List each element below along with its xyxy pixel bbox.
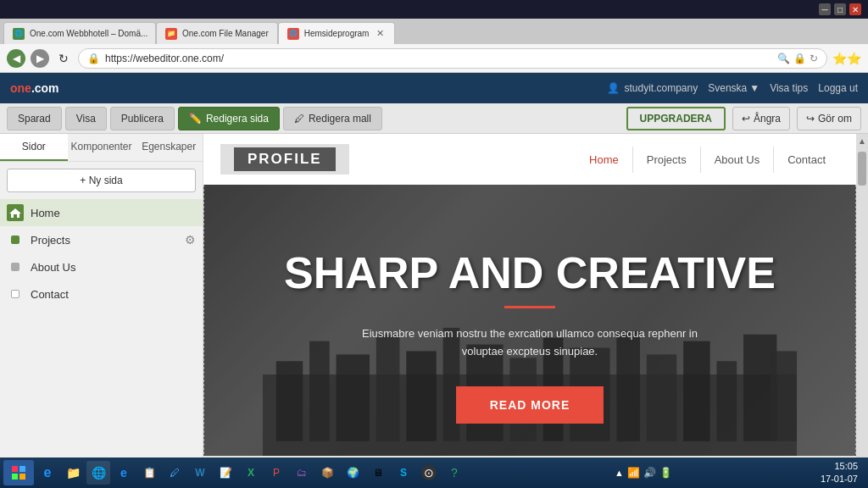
page-label-about: About Us (31, 261, 75, 274)
projects-gear-icon[interactable]: ⚙ (185, 233, 196, 247)
hero-title: SHARP AND CREATIVE (284, 249, 776, 297)
browser-tab-2[interactable]: 📁 One.com File Manager (156, 22, 278, 44)
tab-favicon-1: 🌐 (13, 28, 25, 40)
tab-sidor[interactable]: Sidor (0, 134, 68, 161)
page-label-contact: Contact (31, 288, 69, 301)
template-icon: 🖊 (294, 113, 304, 125)
redigera-mall-button[interactable]: 🖊 Redigera mall (283, 107, 382, 130)
tab-favicon-3: 🌐 (287, 28, 299, 40)
visa-tips-link[interactable]: Visa tips (770, 82, 808, 94)
svg-rect-21 (19, 474, 25, 480)
taskbar-ie-icon[interactable]: e (36, 461, 59, 485)
tab-egenskaper[interactable]: Egenskaper (135, 134, 203, 161)
nav-projects[interactable]: Projects (633, 147, 701, 173)
taskbar-app1[interactable]: 🌐 (86, 461, 110, 485)
taskbar-app2[interactable]: e (112, 461, 136, 485)
toolbar-right: 👤 studyit.company Svenska ▼ Visa tips Lo… (607, 82, 859, 94)
taskbar-app10[interactable]: 🖥 (366, 461, 390, 485)
taskbar-clock: 15:05 17-01-07 (821, 460, 865, 486)
taskbar: e 📁 🌐 e 📋 🖊 W 📝 X P 🗂 (0, 458, 868, 488)
angra-button[interactable]: ↩ Ångra (732, 107, 790, 130)
tab-label-1: One.com Webbhotell – Domä... (30, 29, 147, 38)
nav-contact[interactable]: Contact (774, 147, 839, 173)
dashed-line-right (855, 185, 856, 488)
uppgradera-button[interactable]: UPPGRADERA (626, 107, 726, 130)
svg-marker-0 (9, 208, 21, 218)
canvas-scrollbar[interactable]: ▲ ▼ (856, 134, 868, 488)
taskbar-skype[interactable]: S (392, 461, 415, 485)
tab-bar: 🌐 One.com Webbhotell – Domä... ✕ 📁 One.c… (0, 19, 868, 44)
toolbar-user: 👤 studyit.company (607, 82, 698, 94)
maximize-btn[interactable]: □ (834, 3, 846, 15)
browser-tab-1[interactable]: 🌐 One.com Webbhotell – Domä... ✕ (3, 22, 156, 44)
nav-home[interactable]: Home (576, 147, 633, 173)
forward-button[interactable]: ▶ (31, 49, 49, 68)
page-label-projects: Projects (31, 234, 70, 247)
taskbar-app7[interactable]: 🗂 (290, 461, 314, 485)
taskbar-folder-icon[interactable]: 📁 (61, 461, 85, 485)
address-bar: ◀ ▶ ↻ 🔒 https://webeditor.one.com/ 🔍 🔒 ↻… (0, 44, 868, 73)
scroll-thumb[interactable] (858, 152, 866, 186)
add-page-button[interactable]: + Ny sida (7, 169, 196, 192)
user-name: studyit.company (625, 82, 698, 94)
taskbar-excel[interactable]: X (239, 461, 263, 485)
logga-ut-link[interactable]: Logga ut (818, 82, 858, 94)
sidebar: Sidor Komponenter Egenskaper + Ny sida (0, 134, 203, 488)
page-label-home: Home (31, 207, 60, 219)
hero-section: SHARP AND CREATIVE Eiusmabre veniam nost… (203, 185, 856, 488)
tab-label-2: One.com File Manager (182, 29, 269, 38)
taskbar-app4[interactable]: 🖊 (163, 461, 186, 485)
sidebar-item-home[interactable]: Home (0, 199, 203, 226)
taskbar-word[interactable]: W (188, 461, 212, 485)
sidebar-item-projects[interactable]: Projects ⚙ (0, 226, 203, 253)
nav-about[interactable]: About Us (701, 147, 774, 173)
url-bar[interactable]: 🔒 https://webeditor.one.com/ 🔍 🔒 ↻ (78, 48, 827, 69)
url-icons: 🔍 🔒 ↻ (777, 53, 818, 64)
start-button[interactable] (3, 460, 34, 485)
minimize-btn[interactable]: ─ (819, 3, 831, 15)
sidebar-item-contact[interactable]: Contact (0, 280, 203, 308)
title-bar: ─ □ ✕ (0, 0, 868, 19)
editor-left: Sparad Visa Publicera ✏️ Redigera sida 🖊… (7, 107, 382, 130)
system-tray: ▲ 📶 🔊 🔋 (609, 467, 677, 479)
contact-icon (7, 286, 24, 302)
taskbar-app11[interactable]: ⊙ (417, 461, 441, 485)
refresh-button[interactable]: ↻ (54, 49, 73, 68)
tab-label-3: Hemsideprogram (304, 29, 370, 38)
sidebar-item-about[interactable]: About Us (0, 253, 203, 280)
sparad-button[interactable]: Sparad (7, 107, 62, 130)
taskbar-app3[interactable]: 📋 (137, 461, 161, 485)
lock-icon: 🔒 (87, 53, 100, 64)
language-selector[interactable]: Svenska ▼ (708, 82, 760, 94)
redigera-sida-button[interactable]: ✏️ Redigera sida (178, 107, 280, 130)
sidebar-tabs: Sidor Komponenter Egenskaper (0, 134, 203, 162)
taskbar-help[interactable]: ? (442, 461, 466, 485)
hero-subtitle: Eiusmabre veniam nostru the exrcation ul… (360, 325, 699, 361)
taskbar-app6[interactable]: P (264, 461, 288, 485)
scroll-up-arrow[interactable]: ▲ (858, 134, 866, 148)
tab-komponenter[interactable]: Komponenter (68, 134, 136, 161)
taskbar-app8[interactable]: 📦 (315, 461, 339, 485)
star-icons: ⭐⭐ (832, 52, 861, 65)
close-btn[interactable]: ✕ (849, 3, 861, 15)
editor-canvas: PROFILE Home Projects About Us (203, 134, 868, 488)
dashed-line-left (203, 185, 204, 488)
tab-close-3[interactable]: ✕ (374, 28, 386, 40)
url-text: https://webeditor.one.com/ (105, 53, 224, 64)
hero-content: SHARP AND CREATIVE Eiusmabre veniam nost… (284, 249, 776, 424)
taskbar-app9[interactable]: 🌍 (341, 461, 364, 485)
svg-rect-19 (19, 466, 25, 472)
taskbar-date-display: 17-01-07 (821, 473, 858, 485)
taskbar-time-display: 15:05 (821, 460, 858, 473)
tray-speaker: 🔊 (643, 467, 656, 479)
hero-accent-line (504, 306, 555, 308)
undo-icon: ↩ (742, 113, 750, 125)
profile-logo: PROFILE (234, 147, 336, 171)
visa-button[interactable]: Visa (65, 107, 107, 130)
taskbar-app5[interactable]: 📝 (214, 461, 237, 485)
hero-cta-button[interactable]: READ MORE (456, 386, 604, 424)
back-button[interactable]: ◀ (7, 49, 25, 68)
publicera-button[interactable]: Publicera (110, 107, 175, 130)
gor-om-button[interactable]: ↪ Gör om (797, 107, 861, 130)
browser-tab-3[interactable]: 🌐 Hemsideprogram ✕ (278, 22, 396, 44)
